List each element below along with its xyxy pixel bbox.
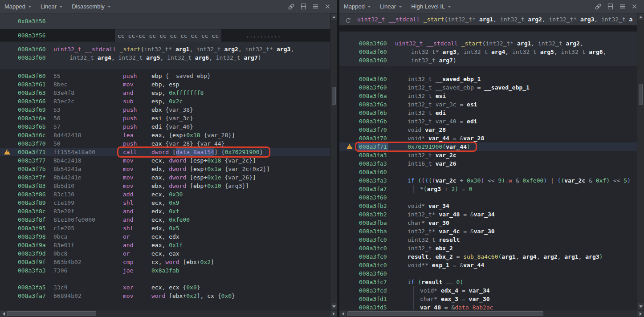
address[interactable]: 008a3f6a [359,92,387,100]
hlil-row[interactable]: 008a3f60int32_t __saved_ebp_1 [339,75,637,83]
token[interactable]: , [209,54,216,61]
token[interactable]: , [162,191,169,198]
scroll-down-button[interactable] [331,303,337,309]
token[interactable]: ] [266,166,270,172]
instruction-bytes[interactable]: 0bc8 [53,249,67,258]
token[interactable]: , [162,132,169,138]
mnemonic[interactable]: mov [123,173,133,182]
instruction-row[interactable]: 008a3f838b5d10movebx, dword [ebp+0x10 {a… [0,182,330,190]
token[interactable]: ( [442,143,446,150]
token[interactable] [488,49,491,55]
token[interactable]: 0x76291900 [408,143,442,150]
token[interactable]: | [547,177,557,184]
token[interactable]: eax [151,132,162,138]
token[interactable]: int32_t [500,16,525,23]
token[interactable]: arg3 [580,16,594,23]
token[interactable]: , [162,174,169,181]
token[interactable]: 5 [624,177,627,184]
scrollbar-thumb[interactable] [332,87,336,105]
token[interactable]: , [603,49,607,55]
token[interactable]: arg2 [566,40,580,47]
token[interactable]: esp [151,89,162,96]
address[interactable]: 008a3fc7 [359,278,387,286]
left-horizontal-scrollbar[interactable] [0,310,337,317]
address[interactable]: 008a3f60 [359,48,387,56]
token[interactable]: 0xf [596,177,606,184]
address[interactable]: 008a3fc0 [359,244,387,252]
token[interactable]: int32_t* [408,228,436,235]
mnemonic[interactable]: and [123,207,133,215]
token[interactable]: ebx [172,293,183,299]
address[interactable]: 008a3f86 [18,190,46,199]
address[interactable]: 008a3fb2 [359,202,387,210]
token[interactable]: ebx_2 [436,245,453,252]
token[interactable]: 0x2c [169,98,183,105]
token[interactable]: {var_38} [165,106,193,113]
token[interactable]: , [162,208,169,215]
hlil-row[interactable]: 008a3fd1char* eax_3 = var_30 [339,295,637,303]
token[interactable]: edx [151,166,162,172]
token[interactable]: , [162,81,169,88]
token[interactable]: int32_t [411,57,436,64]
token[interactable]: = [458,287,469,294]
instruction-row[interactable]: 008a3f980bcaorecx, edx [0,232,330,241]
token[interactable]: {var_26} [224,174,253,181]
hlil-row[interactable]: 008a3fb2int32_t* var_48 = &var_34 [339,210,637,219]
token[interactable]: arg3 [585,253,599,260]
token[interactable]: * [420,186,424,192]
address[interactable]: 008a3f6a [359,100,387,109]
token[interactable]: , [531,40,538,47]
scroll-up-button[interactable] [331,14,337,20]
token[interactable]: = [441,304,451,310]
scroll-right-button[interactable] [330,311,337,317]
token[interactable]: = [460,211,470,218]
token[interactable]: var_26 [436,160,457,167]
token[interactable]: = [449,135,460,142]
address[interactable]: 008a3f83 [18,182,46,190]
token[interactable]: ) [467,143,470,150]
token[interactable]: edi [151,123,162,130]
token[interactable]: esi [436,93,446,99]
signature-row[interactable]: 008a3f60int32_t arg4, int32_t arg5, int3… [0,53,330,62]
instruction-row[interactable]: 008a3f89c1e109shlecx, 0x9 [0,199,330,207]
token[interactable]: var_48 [420,304,441,310]
token[interactable]: int32_t [408,152,432,158]
token[interactable]: esp [193,166,204,172]
token[interactable]: var_44 [428,135,449,142]
instruction-bytes[interactable]: c1e205 [53,224,74,232]
token[interactable]: ecx [151,284,162,291]
token[interactable]: ] [214,149,218,155]
address[interactable]: 008a3fa3 [359,151,387,159]
token[interactable]: ebx [151,106,162,113]
token[interactable]: 0x5 [169,225,179,232]
token[interactable]: = [458,186,469,192]
address[interactable]: 008a3fa7 [359,185,387,193]
mnemonic[interactable]: or [123,249,130,258]
token[interactable]: int32_t [216,54,240,61]
token[interactable]: int32_t [196,46,221,53]
mnemonic[interactable]: mov [123,292,133,300]
address[interactable]: 008a3fc0 [359,236,387,244]
instruction-bytes[interactable]: 50 [53,139,61,148]
token[interactable]: _start [120,46,141,53]
token[interactable] [214,293,218,299]
token[interactable] [514,40,517,47]
instruction-row[interactable]: 008a3f6953pushebx {var_38} [0,106,330,114]
instruction-row[interactable]: 008a3f8c83e20fandedx, 0xf [0,207,330,215]
mnemonic[interactable]: mov [123,156,133,165]
token[interactable]: , [162,216,169,223]
token[interactable] [428,262,432,268]
token[interactable]: = [453,253,463,260]
token[interactable]: = [458,296,469,302]
token[interactable] [577,16,580,23]
token[interactable]: 0x10 [207,183,221,189]
hlil-row[interactable]: 008a3fa3int32_t var_2c [339,151,637,159]
scroll-down-button[interactable] [638,303,644,309]
address[interactable]: 008a3f60 [359,56,387,65]
token[interactable]: eax [151,242,162,248]
token[interactable]: , [159,259,166,265]
token[interactable]: = [474,84,484,91]
token[interactable]: void* [408,135,425,142]
mnemonic[interactable]: call [123,148,137,156]
token[interactable]: ( [482,40,486,47]
